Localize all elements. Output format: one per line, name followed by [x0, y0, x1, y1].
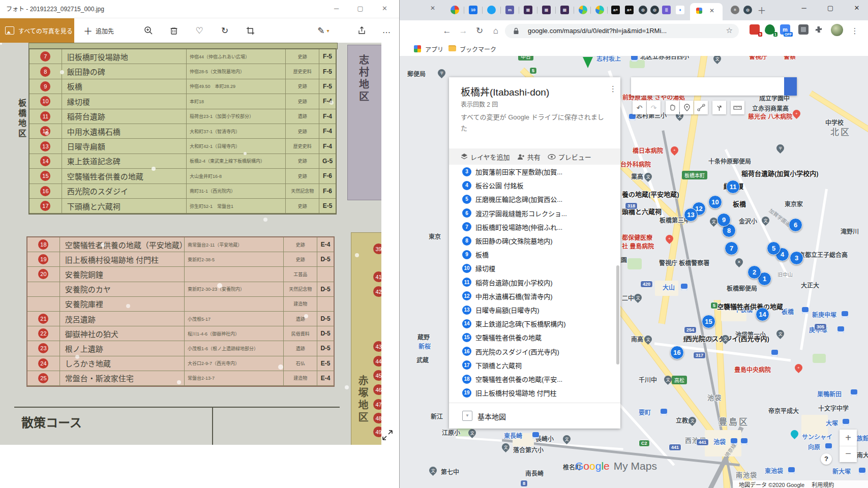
directions-tool-icon[interactable] [712, 101, 726, 114]
map-marker-10[interactable]: 10 [708, 195, 722, 209]
bookmark-star-icon[interactable]: ☆ [726, 26, 733, 35]
map-marker-9[interactable]: 9 [717, 213, 731, 227]
tab-icon-extra-1[interactable]: ✳ [731, 6, 739, 14]
delete-icon[interactable] [164, 18, 184, 43]
search-button[interactable] [784, 77, 797, 96]
extension-kanji-icon[interactable] [798, 24, 809, 35]
photo-content[interactable]: 板橋地区 7旧板橋町役場跡地仲宿44（仲宿ふれあい広場）史跡F-58飯田静の碑仲… [0, 43, 381, 445]
redo-icon[interactable]: ↷ [647, 101, 661, 114]
tab-globe-1[interactable]: ◍ [639, 6, 647, 14]
leftmost-close-icon[interactable]: ✕ [430, 5, 435, 12]
extension-shield-icon[interactable]: 1 [765, 24, 775, 35]
layer-item-3[interactable]: 3加賀藩前田家下屋敷跡(加賀... [462, 166, 562, 178]
photos-minimize-button[interactable]: ─ [324, 0, 348, 18]
layer-item-19[interactable]: 19旧上板橋村役場跡地 付門柱 [462, 386, 557, 400]
map-marker-6[interactable]: 6 [789, 218, 802, 232]
tab-maps[interactable]: ♦ [676, 6, 684, 14]
draw-line-tool-icon[interactable] [694, 101, 708, 114]
tab-twitter[interactable] [487, 6, 496, 14]
map-canvas[interactable]: 郵便局北区立赤羽台西小志村第三小成立学園中立赤羽商業高十条仲原郵便局板橋第三中金… [400, 56, 868, 488]
chrome-minimize-button[interactable]: ─ [792, 0, 816, 17]
back-button[interactable]: ← [439, 23, 455, 39]
extensions-puzzle-icon[interactable] [814, 24, 824, 35]
layer-item-17[interactable]: 17下頭橋と六蔵祠 [462, 358, 522, 372]
crop-icon[interactable] [240, 18, 260, 43]
preview-button[interactable]: プレビュー [548, 152, 591, 162]
map-marker-3[interactable]: 3 [790, 251, 803, 265]
photos-close-button[interactable]: ✕ [373, 0, 397, 18]
layer-item-14[interactable]: 14東上鉄道記念碑(下板橋駅構内) [462, 317, 566, 330]
tab-list[interactable]: ≣ [662, 6, 671, 14]
apps-grid-icon[interactable] [414, 45, 421, 52]
tab-feather-1[interactable] [579, 6, 587, 14]
add-layer-button[interactable]: レイヤを追加 [461, 152, 510, 162]
map-search-box[interactable] [631, 77, 797, 96]
home-button[interactable]: ⌂ [488, 23, 503, 39]
layer-item-7[interactable]: 7旧板橋町役場跡地(仲宿ふれ... [462, 220, 562, 234]
layer-item-4[interactable]: 4板谷公園 付銘板 [462, 178, 524, 192]
reload-button[interactable]: ↻ [472, 23, 487, 39]
layer-item-10[interactable]: 10縁切榎 [462, 261, 495, 275]
terms-link[interactable]: 利用規約 [812, 480, 834, 488]
tab-purple-2[interactable]: ▦ [542, 6, 551, 14]
layer-item-6[interactable]: 6渡辺学園裁縫雛形コレクショ... [462, 206, 567, 220]
layer-item-13[interactable]: 13日曜寺扁額(日曜寺内) [462, 303, 540, 317]
chrome-close-button[interactable]: ✕ [845, 0, 868, 17]
tab-purple-1[interactable]: ▦ [524, 6, 532, 14]
favorite-heart-icon[interactable]: ♡ [189, 18, 209, 43]
map-title[interactable]: 板橋丼(Itabashi-don) [461, 84, 549, 98]
green-map-pin[interactable] [583, 57, 593, 68]
more-options-icon[interactable]: … [376, 18, 397, 43]
panel-scrollbar[interactable] [616, 265, 619, 364]
apps-label[interactable]: アプリ [425, 45, 443, 53]
bookmarks-folder-icon[interactable] [448, 45, 456, 51]
zoom-icon[interactable] [138, 18, 159, 43]
active-tab-close-icon[interactable]: ✕ [709, 7, 714, 14]
add-to-button[interactable]: ＋ 追加先 [77, 18, 120, 43]
basemap-row[interactable]: ▼ 基本地図 [449, 403, 620, 429]
tab-feather-2[interactable] [595, 6, 604, 14]
edit-button[interactable]: ✎ ▾ [310, 18, 337, 43]
chrome-menu-icon[interactable]: ⋮ [847, 23, 862, 39]
hand-tool-icon[interactable] [666, 101, 679, 114]
bookmarks-folder-label[interactable]: ブックマーク [460, 45, 496, 53]
tab-globe-2[interactable]: ◍ [650, 6, 659, 14]
new-tab-button[interactable]: ＋ [756, 5, 768, 17]
map-marker-2[interactable]: 2 [747, 265, 761, 279]
layer-item-18[interactable]: 18空襲犠牲者供養の地蔵(平安... [462, 372, 562, 386]
help-button[interactable]: ? [821, 453, 832, 465]
map-marker-16[interactable]: 16 [670, 346, 684, 359]
zoom-out-button[interactable]: − [840, 446, 857, 462]
photos-maximize-button[interactable]: ▢ [348, 0, 372, 18]
panel-more-options-icon[interactable]: ⋮ [609, 84, 617, 94]
undo-icon[interactable]: ↶ [633, 101, 646, 114]
map-marker-13[interactable]: 13 [684, 208, 698, 222]
tab-aplus-2[interactable]: a+ [625, 6, 634, 14]
forward-button[interactable]: → [456, 23, 471, 39]
tab-aplus-1[interactable]: a+ [611, 6, 620, 14]
fullscreen-expand-icon[interactable] [381, 429, 394, 441]
add-marker-tool-icon[interactable] [680, 101, 694, 114]
share-button[interactable]: 共有 [517, 152, 541, 162]
extension-m-icon[interactable]: m OFF [780, 24, 790, 35]
tab-calendar[interactable]: 10 [469, 6, 477, 14]
layer-item-5[interactable]: 5圧磨機圧輪記念碑(加賀西公... [462, 192, 562, 206]
see-all-photos-button[interactable]: すべての写真を見る [0, 18, 74, 43]
tab-mastodon[interactable]: m [505, 6, 514, 14]
extension-adblock-icon[interactable]: 9 [750, 24, 760, 35]
layer-item-11[interactable]: 11稲荷台遺跡(加賀小学校内) [462, 276, 553, 289]
map-marker-7[interactable]: 7 [725, 241, 738, 255]
zoom-in-button[interactable]: + [840, 430, 857, 446]
tab-google-photos[interactable] [451, 6, 459, 14]
layer-item-9[interactable]: 9板橋 [462, 248, 489, 261]
tab-purple-3[interactable]: ▦ [560, 6, 569, 14]
profile-avatar[interactable] [831, 24, 843, 36]
map-marker-5[interactable]: 5 [767, 241, 781, 255]
rotate-icon[interactable]: ↻ [215, 18, 235, 43]
map-marker-15[interactable]: 15 [702, 315, 715, 328]
layer-item-12[interactable]: 12中用水遺構石橋(智清寺内) [462, 289, 553, 303]
layer-item-8[interactable]: 8飯田静の碑(文殊院墓地内) [462, 234, 553, 248]
active-tab[interactable]: ✕ [690, 3, 723, 20]
map-marker-14[interactable]: 14 [756, 308, 769, 321]
layer-item-15[interactable]: 15空襲犠牲者供養の地蔵 [462, 330, 542, 344]
